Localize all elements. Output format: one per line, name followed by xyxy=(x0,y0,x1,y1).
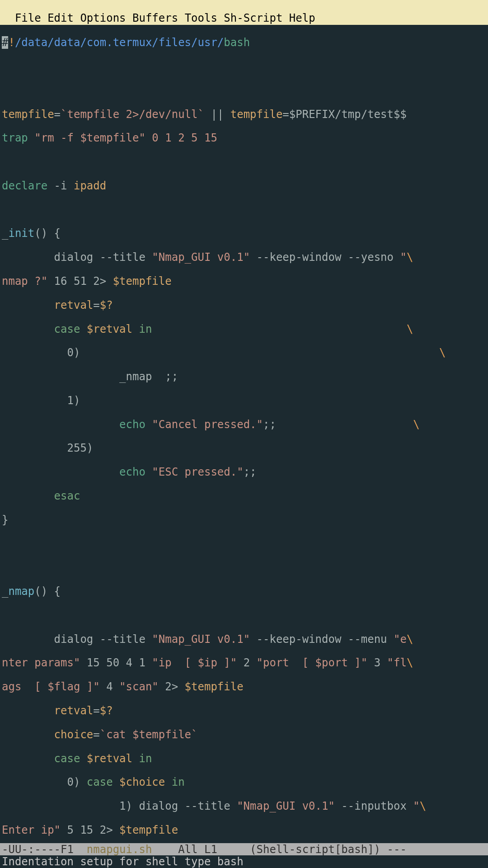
modeline-right: All L1 (Shell-script[bash]) --- xyxy=(152,843,407,856)
code-line xyxy=(2,561,486,573)
mode-line: -UU-:----F1 nmapgui.sh All L1 (Shell-scr… xyxy=(0,843,488,856)
code-line: esac xyxy=(2,490,486,502)
code-line: _init() { xyxy=(2,227,486,239)
code-line: tempfile=`tempfile 2>/dev/null` || tempf… xyxy=(2,108,486,120)
code-line: choice=`cat $tempfile` xyxy=(2,729,486,741)
code-line: #!/data/data/com.termux/files/usr/bash xyxy=(2,37,486,48)
code-line: 0) \ xyxy=(2,347,486,359)
code-line xyxy=(2,61,486,72)
code-line: retval=$? xyxy=(2,299,486,311)
code-line xyxy=(2,204,486,216)
menu-help[interactable]: Help xyxy=(289,12,315,24)
menu-file[interactable]: File xyxy=(15,12,41,24)
code-line: Enter ip" 5 15 2> $tempfile xyxy=(2,824,486,836)
code-line: 1) xyxy=(2,395,486,406)
code-line xyxy=(2,85,486,96)
code-line: dialog --title "Nmap_GUI v0.1" --keep-wi… xyxy=(2,251,486,263)
code-line: dialog --title "Nmap_GUI v0.1" --keep-wi… xyxy=(2,633,486,645)
code-line: 0) case $choice in xyxy=(2,776,486,788)
code-line: nter params" 15 50 4 1 "ip [ $ip ]" 2 "p… xyxy=(2,657,486,669)
menu-tools[interactable]: Tools xyxy=(185,12,217,24)
code-line: _nmap() { xyxy=(2,585,486,597)
minibuffer-message: Indentation setup for shell type bash xyxy=(2,855,244,868)
code-line: echo "Cancel pressed.";; \ xyxy=(2,419,486,430)
code-line xyxy=(2,609,486,621)
code-line: declare -i ipadd xyxy=(2,180,486,192)
code-line: retval=$? xyxy=(2,705,486,717)
code-line: case $retval in \ xyxy=(2,323,486,335)
code-line: ags [ $flag ]" 4 "scan" 2> $tempfile xyxy=(2,681,486,693)
modeline-left: -UU-:----F1 xyxy=(2,843,87,856)
code-line: 255) xyxy=(2,442,486,454)
code-line: 1) dialog --title "Nmap_GUI v0.1" --inpu… xyxy=(2,800,486,812)
code-line xyxy=(2,538,486,550)
code-line: trap "rm -f $tempfile" 0 1 2 5 15 xyxy=(2,132,486,144)
menu-buffers[interactable]: Buffers xyxy=(132,12,178,24)
code-line: echo "ESC pressed.";; xyxy=(2,466,486,478)
menu-bar[interactable]: File Edit Options Buffers Tools Sh-Scrip… xyxy=(0,0,488,25)
code-line: case $retval in xyxy=(2,753,486,764)
cursor: # xyxy=(2,36,8,49)
menu-options[interactable]: Options xyxy=(80,12,126,24)
code-line: _nmap ;; xyxy=(2,371,486,382)
editor-buffer[interactable]: #!/data/data/com.termux/files/usr/bash t… xyxy=(0,25,488,868)
code-line: nmap ?" 16 51 2> $tempfile xyxy=(2,275,486,287)
modeline-filename: nmapgui.sh xyxy=(87,843,152,856)
code-line: } xyxy=(2,514,486,526)
minibuffer[interactable]: Indentation setup for shell type bash xyxy=(0,855,488,868)
menu-shscript[interactable]: Sh-Script xyxy=(224,12,282,24)
menu-edit[interactable]: Edit xyxy=(47,12,74,24)
code-line xyxy=(2,156,486,168)
